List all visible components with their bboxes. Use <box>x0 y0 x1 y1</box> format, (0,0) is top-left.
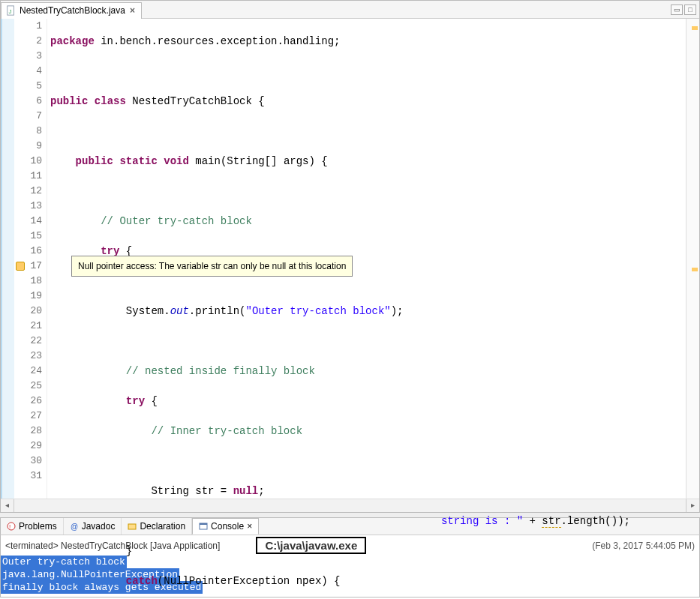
line-number-gutter[interactable]: 1234 5678 9101112 13141516 17181920 2122… <box>14 19 47 499</box>
problems-icon: ! <box>7 522 16 531</box>
warning-tooltip: Null pointer access: The variable str ca… <box>71 256 353 277</box>
overview-warning-mark[interactable] <box>692 26 698 30</box>
editor-window-controls: ▭ □ <box>671 4 699 15</box>
editor-pane: J NestedTryCatchBlock.java × ▭ □ 1234 56… <box>0 0 700 513</box>
scroll-right-button[interactable]: ▸ <box>686 499 699 512</box>
java-file-icon: J <box>6 5 17 16</box>
minimize-button[interactable]: ▭ <box>671 4 683 15</box>
folding-ruler[interactable] <box>1 19 14 499</box>
overview-ruler[interactable] <box>686 19 699 499</box>
tab-filename: NestedTryCatchBlock.java <box>20 5 125 16</box>
scroll-left-button[interactable]: ◂ <box>1 499 14 512</box>
editor-tab[interactable]: J NestedTryCatchBlock.java × <box>1 2 142 19</box>
code-editor[interactable]: package in.bench.resources.exception.han… <box>47 19 686 499</box>
overview-warning-mark[interactable] <box>692 268 698 271</box>
editor-tab-bar: J NestedTryCatchBlock.java × ▭ □ <box>1 1 699 19</box>
maximize-button[interactable]: □ <box>684 4 696 15</box>
svg-text:J: J <box>9 8 12 15</box>
tab-close-icon[interactable]: × <box>128 5 137 16</box>
svg-text:!: ! <box>9 523 11 530</box>
editor-body: 1234 5678 9101112 13141516 17181920 2122… <box>1 19 699 499</box>
